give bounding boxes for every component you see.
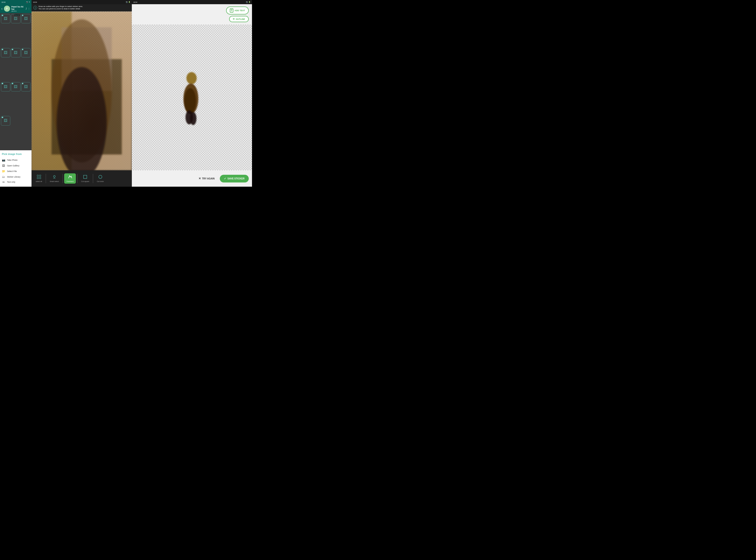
try-again-button[interactable]: ✕ TRY AGAIN [195, 175, 218, 182]
text-only-item[interactable]: 99 Text only [2, 180, 29, 184]
select-all-icon [37, 175, 41, 180]
cut-circle-icon [98, 175, 102, 180]
slot-3-icon: 🖼 [4, 51, 7, 55]
outline-button[interactable]: ✏ OUTLINE [229, 16, 249, 22]
save-sticker-button[interactable]: ✓ SAVE STICKER [220, 175, 249, 182]
slot-number-8: 8 [22, 83, 24, 84]
right-status-icons: 📷 🔋 [246, 1, 251, 3]
sticker-slot-2[interactable]: 2 🖼 [21, 14, 31, 23]
slot-number-1: 1 [2, 15, 3, 16]
bottom-sheet: Pick image from 📷 Take Photo 🖼 Open Gall… [0, 150, 32, 187]
slot-8-icon: 🖼 [24, 85, 28, 89]
add-text-label: ADD TEXT [235, 9, 245, 12]
try-again-x-icon: ✕ [199, 177, 201, 180]
slot-4-icon: 🖼 [14, 51, 18, 55]
sticker-slot-8[interactable]: 8 🖼 [21, 82, 31, 92]
right-time: 18:04 [133, 1, 137, 3]
chat-header-icons: ⤴ ⋮ [26, 7, 30, 10]
freehand-label: Freehand [66, 181, 74, 182]
middle-status-icons: 📷 🔋 [126, 1, 131, 3]
svg-rect-6 [37, 175, 39, 176]
open-gallery-item[interactable]: 🖼 Open Gallery [2, 163, 29, 168]
slot-6-icon: 🖼 [4, 85, 7, 89]
sticker-slot-3[interactable]: 3 🖼 [1, 48, 10, 57]
slot-1-icon: 🖼 [4, 17, 7, 21]
camera-icon: 📷 [2, 158, 5, 162]
sticker-slot-1[interactable]: 1 🖼 [1, 14, 10, 23]
svg-point-10 [54, 176, 55, 177]
take-photo-label: Take Photo [7, 159, 18, 161]
select-file-label: Select File [7, 170, 17, 173]
photo-background [32, 12, 132, 170]
slot-number-4: 4 [12, 49, 13, 50]
sticker-slot-5[interactable]: 5 🖼 [21, 48, 31, 57]
save-check-icon: ✓ [224, 177, 226, 180]
add-text-icon: T [230, 8, 233, 13]
tray-label: tray icon [15, 14, 20, 16]
sticker-slot-4[interactable]: 4 🖼 [11, 48, 20, 57]
cut-square-label: Cut square [81, 181, 89, 182]
more-icon[interactable]: ⋮ [28, 7, 30, 10]
smart-select-icon [52, 175, 57, 180]
share-icon[interactable]: ⤴ [26, 7, 27, 10]
freehand-tool[interactable]: Freehand [64, 173, 76, 184]
select-all-label: select all [36, 181, 42, 182]
add-image-icon: 🖼 [14, 17, 18, 21]
tool-divider-1 [46, 174, 46, 183]
tool-divider-2 [62, 174, 63, 183]
info-line1: Draw an outline with your finger to sele… [39, 5, 83, 8]
sticker-slot-7[interactable]: 7 🖼 [11, 82, 20, 92]
sticker-library-item[interactable]: 🗂 Sticker Library [2, 174, 29, 180]
take-photo-item[interactable]: 📷 Take Photo [2, 157, 29, 163]
editor-info-bar: i Draw an outline with your finger to se… [32, 4, 132, 12]
panel-right: 18:04 📷 🔋 T ADD TEXT ✏ OUTLINE [132, 0, 252, 187]
left-status-icons: 📷 ✕ [26, 1, 30, 3]
cut-square-icon [83, 175, 87, 180]
try-again-label: TRY AGAIN [202, 177, 215, 180]
tray-slot[interactable]: tray icon 🖼 [11, 14, 20, 23]
left-status-bar: 18:04 📷 ✕ [0, 0, 32, 4]
sticker-preview-area [132, 24, 252, 170]
chat-name: Pawri ho rhi hai [12, 6, 24, 10]
select-all-tool[interactable]: select all [33, 173, 44, 184]
text-only-label: Text only [7, 181, 15, 183]
svg-point-15 [184, 88, 196, 114]
select-file-item[interactable]: 📁 Select File [2, 168, 29, 174]
left-time: 18:04 [1, 1, 6, 3]
text-only-icon: 99 [2, 181, 5, 183]
save-sticker-label: SAVE STICKER [227, 177, 244, 180]
right-bottom-bar: ✕ TRY AGAIN ✓ SAVE STICKER [132, 170, 252, 187]
add-text-button[interactable]: T ADD TEXT [226, 6, 249, 15]
cut-circle-tool[interactable]: Cut circle [95, 173, 106, 184]
svg-rect-7 [37, 177, 39, 179]
avatar: P [4, 6, 10, 12]
right-toolbar: T ADD TEXT ✏ OUTLINE [132, 4, 252, 24]
smart-select-tool[interactable]: Smart select [47, 173, 61, 184]
middle-status-bar: 18:04 📷 🔋 [32, 0, 132, 4]
slot-number-2: 2 [22, 15, 24, 16]
svg-rect-8 [39, 175, 41, 176]
svg-point-13 [186, 72, 197, 84]
gallery-icon: 🖼 [2, 164, 5, 167]
sticker-library-icon: 🗂 [2, 175, 5, 179]
panel-left: 18:04 📷 ✕ ‹ P Pawri ho rhi hai ak1411 ⤴ … [0, 0, 32, 187]
sticker-slot-9[interactable]: 9 🖼 [1, 116, 10, 125]
sticker-pack-area: tray icon 🖼 1 🖼 2 🖼 3 🖼 4 🖼 5 🖼 6 🖼 [0, 13, 32, 150]
cut-square-tool[interactable]: Cut square [79, 173, 92, 184]
back-button[interactable]: ‹ [1, 7, 3, 11]
outline-icon: ✏ [233, 18, 235, 20]
middle-time: 18:04 [33, 1, 37, 3]
chat-sub: ak1411 [12, 10, 24, 12]
tool-divider-3 [77, 174, 78, 183]
bottom-sheet-title: Pick image from [2, 153, 29, 155]
chat-header: ‹ P Pawri ho rhi hai ak1411 ⤴ ⋮ [0, 4, 32, 13]
tool-divider-4 [93, 174, 93, 183]
person-silhouette [178, 68, 206, 127]
cut-circle-label: Cut circle [97, 181, 104, 182]
chat-info: Pawri ho rhi hai ak1411 [12, 6, 24, 12]
svg-rect-11 [83, 175, 87, 179]
info-line2: You can use pinch-to-zoom to draw in bet… [39, 8, 83, 10]
outline-label: OUTLINE [236, 18, 245, 20]
editor-canvas[interactable] [32, 12, 132, 170]
sticker-slot-6[interactable]: 6 🖼 [1, 82, 10, 92]
